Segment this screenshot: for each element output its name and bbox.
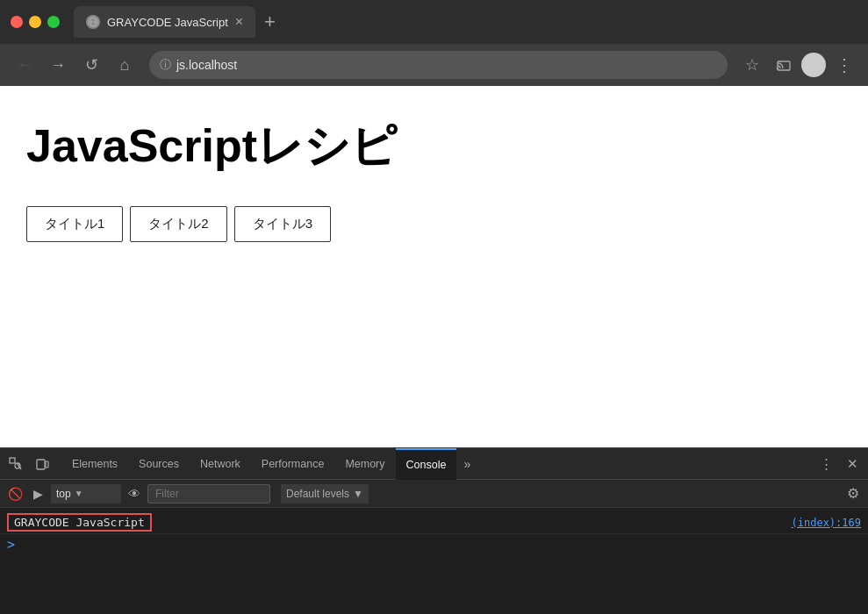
minimize-button[interactable] — [29, 16, 41, 28]
tab-favicon-icon — [86, 15, 100, 29]
devtools-panel: Elements Sources Network Performance Mem… — [0, 447, 868, 614]
context-select-arrow: ▼ — [75, 489, 83, 498]
buttons-row: タイトル1 タイトル2 タイトル3 — [26, 206, 842, 242]
forward-button[interactable]: → — [44, 51, 72, 79]
cast-icon[interactable] — [770, 51, 798, 79]
console-prompt[interactable]: > — [0, 534, 868, 555]
address-bar[interactable]: ⓘ js.localhost — [149, 51, 728, 79]
browser-menu-icon[interactable]: ⋮ — [829, 51, 857, 79]
devtools-left-icons — [4, 452, 54, 476]
console-settings-icon[interactable]: ⚙ — [843, 484, 863, 503]
devtools-tab-elements[interactable]: Elements — [61, 448, 128, 480]
page-content: JavaScriptレシピ タイトル1 タイトル2 タイトル3 — [0, 86, 868, 447]
inspect-element-icon[interactable] — [4, 452, 28, 476]
reload-button[interactable]: ↺ — [77, 51, 105, 79]
page-title: JavaScriptレシピ — [26, 121, 842, 171]
tab-area: GRAYCODE JavaScript × + — [74, 6, 857, 38]
address-text: js.localhost — [176, 58, 237, 72]
svg-rect-7 — [37, 460, 45, 469]
lock-icon: ⓘ — [160, 57, 171, 73]
browser-frame: GRAYCODE JavaScript × + ← → ↺ ⌂ ⓘ js.loc… — [0, 0, 868, 614]
title2-button[interactable]: タイトル2 — [130, 206, 226, 242]
filter-input[interactable] — [147, 484, 270, 503]
devtools-right-icons: ⋮ ✕ — [814, 452, 864, 476]
levels-arrow-icon: ▼ — [353, 488, 363, 500]
svg-rect-8 — [46, 461, 48, 468]
title-bar: GRAYCODE JavaScript × + — [0, 0, 868, 44]
home-button[interactable]: ⌂ — [111, 51, 139, 79]
tab-title: GRAYCODE JavaScript — [107, 16, 228, 29]
devtools-tab-network[interactable]: Network — [190, 448, 251, 480]
toolbar-right: ☆ ⋮ — [738, 51, 857, 79]
maximize-button[interactable] — [47, 16, 60, 28]
back-button[interactable]: ← — [11, 51, 39, 79]
console-log-entry: GRAYCODE JavaScript (index):169 — [0, 511, 868, 534]
tab-close-icon[interactable]: × — [235, 15, 243, 29]
avatar[interactable] — [801, 53, 826, 77]
title1-button[interactable]: タイトル1 — [26, 206, 123, 242]
bookmark-icon[interactable]: ☆ — [738, 51, 766, 79]
devtools-toolbar: 🚫 ▶ top ▼ 👁 Default levels ▼ ⚙ — [0, 480, 868, 508]
levels-select[interactable]: Default levels ▼ — [281, 484, 369, 503]
devtools-tab-bar: Elements Sources Network Performance Mem… — [0, 448, 868, 480]
context-select[interactable]: top ▼ — [51, 484, 121, 503]
console-line-ref[interactable]: (index):169 — [792, 517, 861, 529]
more-tabs-icon[interactable]: » — [456, 457, 477, 471]
browser-tab[interactable]: GRAYCODE JavaScript × — [74, 6, 255, 38]
console-output: GRAYCODE JavaScript (index):169 > — [0, 508, 868, 614]
device-toolbar-icon[interactable] — [30, 452, 54, 476]
new-tab-button[interactable]: + — [264, 11, 276, 33]
title3-button[interactable]: タイトル3 — [234, 206, 331, 242]
devtools-tab-memory[interactable]: Memory — [334, 448, 395, 480]
svg-rect-5 — [10, 458, 15, 463]
clear-console-icon[interactable]: 🚫 — [5, 484, 25, 503]
play-icon[interactable]: ▶ — [28, 484, 47, 503]
eye-icon[interactable]: 👁 — [125, 484, 144, 503]
devtools-tab-console[interactable]: Console — [396, 448, 457, 480]
devtools-tab-sources[interactable]: Sources — [128, 448, 190, 480]
browser-toolbar: ← → ↺ ⌂ ⓘ js.localhost ☆ ⋮ — [0, 44, 868, 86]
traffic-lights — [11, 16, 60, 28]
devtools-settings-icon[interactable]: ⋮ — [814, 452, 838, 476]
svg-point-4 — [777, 68, 778, 69]
close-button[interactable] — [11, 16, 23, 28]
devtools-close-icon[interactable]: ✕ — [840, 452, 864, 476]
console-log-value: GRAYCODE JavaScript — [7, 513, 152, 532]
devtools-tab-performance[interactable]: Performance — [251, 448, 335, 480]
